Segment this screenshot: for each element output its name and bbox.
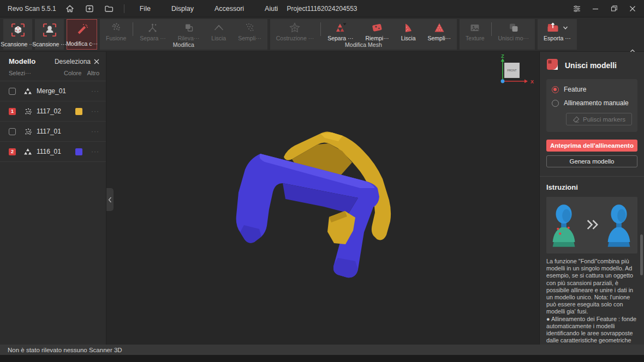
radio-label: Allineamento manuale [564,99,629,107]
color-column-header[interactable]: Colore [64,70,81,76]
scan-button-1[interactable]: Scansione ··· [3,19,32,50]
toolbar-group-modifica: Fusione Separa ··· Rileva··· [100,19,267,50]
edit-current-button[interactable]: Modifica c··· [67,19,97,50]
list-item-merge01[interactable]: Merge_01 ··· [0,81,106,101]
new-project-icon[interactable] [84,3,96,15]
checkbox[interactable] [9,88,16,95]
riempi-button[interactable]: Riempi··· [359,19,395,41]
menu-display[interactable]: Display [165,5,200,13]
color-swatch-blue[interactable] [75,148,82,155]
radio-feature[interactable]: Feature [552,86,632,93]
model-name: Merge_01 [37,87,75,95]
x-axis-label: X [530,79,534,85]
close-icon[interactable] [624,2,641,16]
menu-accessori[interactable]: Accessori [208,5,251,13]
split-mesh-icon [333,20,348,35]
axis-gizmo[interactable]: FRONT Z X [488,54,534,87]
simplify-mesh-icon [432,20,446,35]
separa-points-button[interactable]: Separa ··· [134,19,171,41]
toolbar-button-label: Liscia [399,35,418,41]
model-name: 1117_02 [37,107,75,115]
generate-model-button[interactable]: Genera modello [546,155,637,167]
texture-button[interactable]: Texture [460,19,490,41]
list-item-1116-01[interactable]: 2 1116_01 ··· [0,142,106,162]
toolbar-group-modifica-mesh: Costruzione ··· Separa ··· Riempi··· [270,19,457,50]
toolbar-group-esporta: Esporta ··· [538,19,577,50]
toolbar-button-label: Fusione [104,35,128,41]
texture-image-icon [468,20,482,35]
toolbar-button-label: Liscia [209,35,228,41]
more-options-button[interactable]: ··· [91,87,99,95]
separa-mesh-button[interactable]: Separa ··· [321,19,359,41]
open-folder-icon[interactable] [103,3,115,15]
preview-alignment-button[interactable]: Anteprima dell'allineamento [546,140,637,152]
costruzione-button[interactable]: Costruzione ··· [270,19,320,41]
toolbar-group-label: Modifica [100,41,267,50]
radio-label: Feature [564,86,586,93]
toolbar-button-label: Costruzione ··· [274,35,316,41]
layout-settings-icon[interactable] [569,2,585,16]
chevron-left-icon [108,197,112,203]
toolbar-separator [320,22,321,36]
clean-markers-button[interactable]: Pulisci markers [566,113,632,125]
merge-panel-icon [546,58,558,73]
menu-file[interactable]: File [133,5,157,13]
unisci-modelli-button[interactable]: Unisci mo··· [492,19,535,41]
liscia-points-button[interactable]: Liscia [205,19,232,41]
model-name: 1117_01 [37,128,75,135]
checkbox[interactable] [9,128,16,135]
menu-aiuti[interactable]: Aiuti [258,5,284,13]
minimize-icon[interactable] [587,2,604,16]
sempli-mesh-button[interactable]: Sempli··· [421,19,457,41]
sempli-points-button[interactable]: Sempli··· [232,19,267,41]
list-item-1117-01[interactable]: 1117_01 ··· [0,122,106,142]
construct-star-icon [288,20,302,35]
more-options-button[interactable]: ··· [91,128,99,135]
instructions-text: La funzione "Fondi"combina più modelli i… [546,258,637,345]
split-branch-icon [146,20,160,35]
alignment-mode-card: Feature Allineamento manuale Pulisci mar… [546,79,637,132]
radio-selected-icon[interactable] [552,86,559,93]
other-column-header[interactable]: Altro [87,70,99,76]
point-cloud-icon [23,128,32,136]
more-options-button[interactable]: ··· [91,148,99,155]
scanner-status-message: Non è stato rilevato nessuno Scanner 3D [8,347,122,353]
scrollbar-thumb[interactable] [640,234,643,275]
point-cloud-icon [23,107,32,116]
fusione-button[interactable]: Fusione [100,19,132,41]
deselect-all-button[interactable]: Deseleziona [55,58,99,65]
more-options-button[interactable]: ··· [91,107,99,115]
toolbar-button-label: Sempli··· [425,35,453,41]
toolbar-button-label: Texture [463,35,486,41]
toolbar-group-label: Modifica Mesh [270,41,457,50]
esporta-button[interactable]: Esporta ··· [538,19,577,41]
toolbar: Scansione ··· Scansione ··· Modifica c··… [0,17,644,52]
instructions-illustration [546,197,637,254]
z-axis-label: Z [501,54,504,59]
toolbar-button-label: Modifica c··· [64,40,100,47]
list-item-1117-02[interactable]: 1 1117_02 ··· [0,101,106,122]
bottom-strip [0,355,644,362]
radio-manual-alignment[interactable]: Allineamento manuale [552,99,632,107]
radio-unselected-icon[interactable] [552,100,559,107]
toolbar-button-label: Separa ··· [325,35,355,41]
fill-holes-icon [370,20,384,35]
restore-icon[interactable] [606,2,622,16]
select-dropdown[interactable]: Selezi··· [9,70,31,76]
scanned-model-render[interactable] [106,52,539,345]
liscia-mesh-button[interactable]: Liscia [395,19,422,41]
rileva-button[interactable]: Rileva··· [172,19,206,41]
toolbar-group-texture: Texture Unisci mo··· [460,19,535,50]
toolbar-group-label [460,41,535,50]
z-axis-arrow [501,58,505,62]
bust-merged [608,204,630,247]
x-axis-arrow [524,80,528,83]
toolbar-button-label: Esporta ··· [541,35,573,41]
viewport-3d[interactable]: FRONT Z X [106,52,539,345]
color-swatch-yellow[interactable] [75,108,82,115]
toolbar-button-label: Separa ··· [138,35,168,41]
model-list-panel: Modello Deseleziona Selezi··· Colore Alt… [0,52,106,345]
scan-button-2[interactable]: Scansione ··· [35,19,64,50]
panel-collapse-handle[interactable] [106,188,114,211]
home-icon[interactable] [64,3,76,15]
